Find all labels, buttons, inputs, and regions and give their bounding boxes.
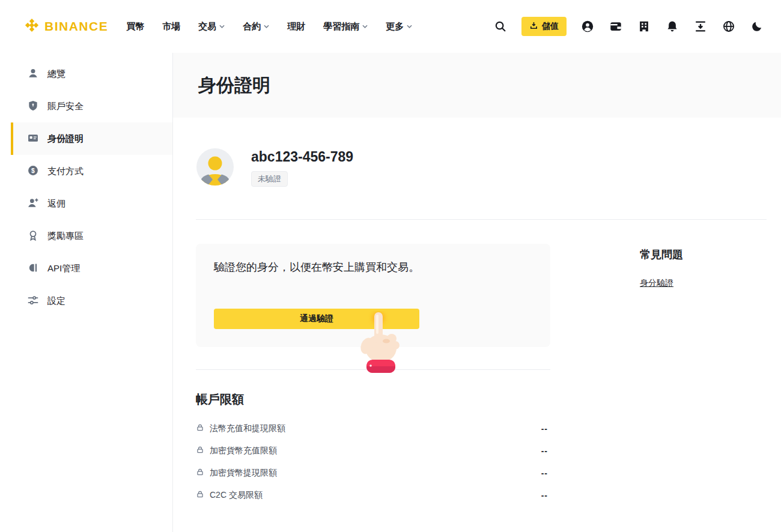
page-header: 身份證明 [173, 53, 781, 118]
avatar [196, 148, 234, 186]
dollar-icon: $ [27, 165, 39, 178]
binance-logo[interactable]: BINANCE [24, 17, 108, 35]
faq-title: 常見問題 [640, 247, 683, 262]
download-app-icon[interactable] [693, 19, 708, 34]
deposit-button[interactable]: 儲值 [521, 17, 567, 36]
wallet-icon[interactable] [609, 19, 623, 34]
status-badge: 未驗證 [251, 171, 288, 187]
sidebar-item-referral[interactable]: 返佣 [0, 187, 172, 220]
faq-link-identity-verification[interactable]: 身分驗證 [640, 278, 673, 289]
plug-icon [27, 262, 39, 276]
sidebar-item-payment[interactable]: $ 支付方式 [0, 155, 172, 187]
limits-title: 帳戶限額 [196, 391, 550, 408]
verify-message: 驗證您的身分，以便在幣安上購買和交易。 [214, 260, 532, 274]
deposit-download-icon [529, 21, 538, 32]
binance-logo-icon [24, 17, 40, 35]
lock-icon [196, 446, 204, 456]
profile-block: abc123-456-789 未驗證 [196, 148, 767, 187]
nav-item-trade[interactable]: 交易 [198, 21, 225, 32]
sidebar-item-security[interactable]: 賬戶安全 [0, 90, 172, 122]
nav-item-markets[interactable]: 市場 [162, 21, 180, 32]
faq-section: 常見問題 身分驗證 [640, 220, 683, 506]
moon-icon[interactable] [750, 19, 764, 34]
sidebar-item-overview[interactable]: 總覽 [0, 58, 172, 90]
svg-text:$: $ [31, 167, 35, 174]
search-icon[interactable] [493, 19, 508, 34]
nav-item-earn[interactable]: 理財 [287, 21, 305, 32]
chevron-down-icon [407, 25, 412, 28]
user-profile-icon[interactable] [580, 19, 595, 34]
lock-icon [196, 468, 204, 478]
id-card-icon [27, 132, 39, 146]
sidebar-item-identification[interactable]: 身份證明 [11, 122, 172, 155]
lock-icon [196, 490, 204, 500]
limit-row-crypto-deposit: 加密貨幣充值限額 -- [196, 440, 548, 462]
limit-value: -- [541, 424, 548, 434]
chevron-down-icon [362, 25, 368, 28]
globe-icon[interactable] [722, 19, 736, 34]
sidebar-item-settings[interactable]: 設定 [0, 285, 172, 317]
account-limits-section: 帳戶限額 法幣充值和提現限額 -- [196, 391, 550, 506]
sidebar-item-api[interactable]: API管理 [0, 252, 172, 285]
medal-icon [27, 229, 39, 243]
chevron-down-icon [264, 25, 269, 28]
verify-identity-card: 驗證您的身分，以便在幣安上購買和交易。 通過驗證 [196, 244, 550, 347]
shield-icon [27, 100, 39, 113]
bell-icon[interactable] [665, 19, 679, 34]
deposit-label: 儲值 [542, 21, 559, 32]
verify-button[interactable]: 通過驗證 [214, 309, 419, 329]
binance-app: BINANCE 買幣 市場 交易 合約 理財 學習指南 更多 儲值 [0, 0, 781, 532]
nav-item-learn[interactable]: 學習指南 [323, 21, 368, 32]
page-title: 身份證明 [198, 73, 270, 98]
nav-item-buy-crypto[interactable]: 買幣 [126, 21, 144, 32]
nav-item-futures[interactable]: 合約 [243, 21, 269, 32]
sidebar-item-rewards[interactable]: 獎勵專區 [0, 220, 172, 252]
sliders-icon [27, 294, 39, 308]
username: abc123-456-789 [251, 149, 353, 165]
user-icon [27, 67, 39, 81]
lock-icon [196, 423, 204, 434]
limit-row-crypto-withdraw: 加密貨幣提現限額 -- [196, 462, 548, 484]
section-divider [196, 369, 550, 370]
limit-value: -- [541, 446, 548, 456]
limit-row-c2c: C2C 交易限額 -- [196, 484, 548, 506]
limit-value: -- [541, 491, 548, 500]
limit-value: -- [541, 468, 548, 478]
binance-logo-text: BINANCE [44, 19, 108, 34]
chevron-down-icon [219, 25, 225, 28]
nav-right-cluster: 儲值 [493, 17, 764, 36]
building-icon[interactable] [637, 19, 651, 34]
top-navbar: BINANCE 買幣 市場 交易 合約 理財 學習指南 更多 儲值 [0, 0, 781, 53]
account-sidebar: 總覽 賬戶安全 身份證明 $ 支付方式 返佣 獎勵專區 [0, 53, 173, 532]
user-plus-icon [27, 197, 39, 211]
main-menu: 買幣 市場 交易 合約 理財 學習指南 更多 [126, 21, 412, 32]
nav-item-more[interactable]: 更多 [386, 21, 412, 32]
main-content: 身份證明 [173, 53, 781, 532]
limit-row-fiat: 法幣充值和提現限額 -- [196, 417, 548, 440]
